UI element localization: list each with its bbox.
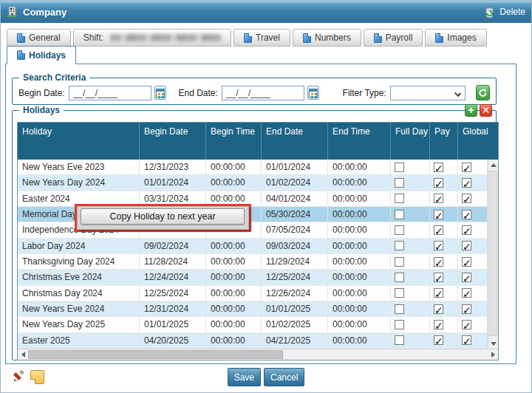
begin-date-input[interactable] xyxy=(69,86,151,100)
column-header[interactable]: Holiday xyxy=(18,123,140,160)
begin-date-cell: 12/25/2024 xyxy=(140,286,206,301)
tab-shift[interactable]: Shift: xyxy=(73,29,231,47)
table-row[interactable]: New Years Day 202401/01/202400:00:0001/0… xyxy=(18,175,488,191)
global-cell xyxy=(458,301,488,316)
document-icon xyxy=(303,33,311,43)
triangle-up-icon xyxy=(491,163,497,167)
tab-label: Shift: xyxy=(83,33,103,43)
begin-time-cell: 00:00:00 xyxy=(206,270,262,284)
global-checkbox[interactable] xyxy=(462,163,471,172)
table-row[interactable]: Thanksgiving Day 202411/28/202400:00:001… xyxy=(18,254,488,270)
full-day-checkbox[interactable] xyxy=(395,210,404,219)
building-icon xyxy=(7,6,18,18)
cancel-button[interactable]: Cancel xyxy=(264,368,304,386)
table-row[interactable]: New Years Eve 202312/31/202300:00:0001/0… xyxy=(18,160,488,175)
scroll-left-arrow[interactable] xyxy=(18,349,28,360)
global-checkbox[interactable] xyxy=(462,241,471,250)
search-refresh-button[interactable] xyxy=(476,85,490,100)
global-checkbox[interactable] xyxy=(462,335,471,345)
full-day-checkbox[interactable] xyxy=(395,194,404,203)
table-row[interactable]: Christmas Eve 202412/24/202400:00:0012/2… xyxy=(18,270,488,285)
pay-checkbox[interactable] xyxy=(434,225,443,235)
horizontal-scrollbar[interactable] xyxy=(18,349,498,360)
pay-checkbox[interactable] xyxy=(434,257,443,267)
filter-type-select[interactable] xyxy=(390,86,466,100)
full-day-checkbox[interactable] xyxy=(395,225,404,235)
delete-button[interactable]: Delete xyxy=(483,6,525,18)
pay-checkbox[interactable] xyxy=(434,288,443,298)
scroll-right-arrow[interactable] xyxy=(488,349,498,360)
scroll-up-arrow[interactable] xyxy=(488,160,498,170)
table-row[interactable]: Christmas Day 202412/25/202400:00:0012/2… xyxy=(18,286,488,301)
pay-checkbox[interactable] xyxy=(434,273,443,282)
horizontal-scroll-thumb[interactable] xyxy=(28,350,283,359)
window-title: Company xyxy=(23,7,66,18)
end-date-input[interactable] xyxy=(222,86,304,100)
table-row[interactable]: New Years Eve 202412/31/202400:00:0001/0… xyxy=(18,301,488,317)
global-checkbox[interactable] xyxy=(462,304,471,314)
global-checkbox[interactable] xyxy=(462,178,471,188)
global-cell xyxy=(458,286,488,301)
remove-holiday-button[interactable]: ✕ xyxy=(480,104,492,117)
add-holiday-button[interactable]: + xyxy=(465,104,477,117)
full-day-checkbox[interactable] xyxy=(395,273,404,282)
global-checkbox[interactable] xyxy=(462,257,471,267)
tab-numbers[interactable]: Numbers xyxy=(293,29,361,47)
pay-cell xyxy=(430,239,458,253)
column-header[interactable]: Begin Time xyxy=(206,123,262,160)
table-row[interactable]: Labor Day 202409/02/202400:00:0009/03/20… xyxy=(18,239,488,254)
holiday-cell: New Years Eve 2024 xyxy=(18,301,140,316)
end-time-cell: 00:00:00 xyxy=(328,286,391,301)
pay-checkbox[interactable] xyxy=(434,194,443,203)
global-checkbox[interactable] xyxy=(462,288,471,298)
begin-date-calendar-button[interactable] xyxy=(154,86,166,100)
full-day-checkbox[interactable] xyxy=(395,320,404,329)
vertical-scrollbar[interactable] xyxy=(488,160,498,349)
pay-checkbox[interactable] xyxy=(434,163,443,172)
full-day-cell xyxy=(391,301,430,316)
pay-checkbox[interactable] xyxy=(434,241,443,250)
tab-payroll[interactable]: Payroll xyxy=(364,29,423,47)
pay-checkbox[interactable] xyxy=(434,335,443,345)
global-checkbox[interactable] xyxy=(462,320,471,329)
tab-general[interactable]: General xyxy=(7,29,71,47)
global-checkbox[interactable] xyxy=(462,273,471,282)
global-checkbox[interactable] xyxy=(462,210,471,219)
pay-cell xyxy=(430,191,458,206)
column-header[interactable]: End Date xyxy=(262,123,328,160)
full-day-checkbox[interactable] xyxy=(395,163,404,172)
tab-travel[interactable]: Travel xyxy=(233,29,290,47)
begin-date-cell: 01/01/2024 xyxy=(140,175,206,190)
full-day-checkbox[interactable] xyxy=(395,288,404,298)
tab-holidays[interactable]: Holidays xyxy=(7,46,76,64)
end-time-cell: 00:00:00 xyxy=(328,270,391,284)
global-checkbox[interactable] xyxy=(462,194,471,203)
full-day-checkbox[interactable] xyxy=(395,335,404,345)
table-row[interactable]: New Years Day 202501/01/202500:00:0001/0… xyxy=(18,317,488,332)
full-day-checkbox[interactable] xyxy=(395,304,404,314)
save-button[interactable]: Save xyxy=(228,368,261,386)
full-day-checkbox[interactable] xyxy=(395,178,404,188)
end-time-cell: 00:00:00 xyxy=(328,222,391,237)
end-date-calendar-button[interactable] xyxy=(307,86,319,100)
column-header[interactable]: Full Day xyxy=(391,123,430,160)
scroll-down-arrow[interactable] xyxy=(488,338,498,349)
pay-checkbox[interactable] xyxy=(434,210,443,219)
full-day-checkbox[interactable] xyxy=(395,241,404,250)
pay-checkbox[interactable] xyxy=(434,320,443,329)
document-icon xyxy=(435,33,443,43)
column-header[interactable]: End Time xyxy=(328,123,391,160)
pay-checkbox[interactable] xyxy=(434,304,443,314)
pay-checkbox[interactable] xyxy=(434,178,443,188)
copy-holiday-menu-item[interactable]: Copy Holiday to next year xyxy=(81,208,245,225)
tab-images[interactable]: Images xyxy=(425,29,486,47)
column-header[interactable]: Begin Date xyxy=(140,123,206,160)
global-cell xyxy=(458,254,488,269)
global-checkbox[interactable] xyxy=(462,225,471,235)
table-row[interactable]: Easter 202504/20/202500:00:0004/21/20250… xyxy=(18,333,488,349)
vertical-scroll-thumb[interactable] xyxy=(489,171,497,336)
full-day-checkbox[interactable] xyxy=(395,257,404,267)
column-header[interactable]: Global xyxy=(458,123,498,160)
column-header[interactable]: Pay xyxy=(430,123,458,160)
begin-date-cell: 09/02/2024 xyxy=(140,239,206,253)
